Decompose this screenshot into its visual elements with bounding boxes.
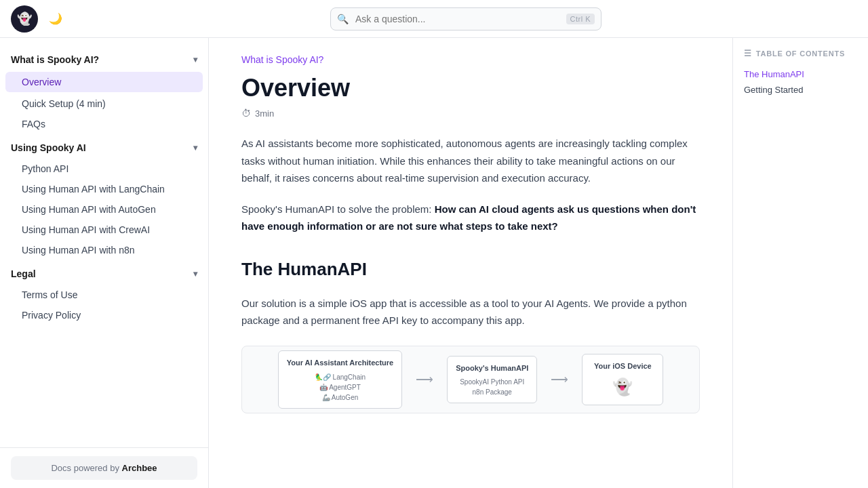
powered-by-badge[interactable]: Docs powered by Archbee [11, 456, 197, 480]
diagram-middle-item-1: SpookyAI Python API [456, 377, 528, 387]
sidebar-section-legal: Legal ▾ Terms of Use Privacy Policy [0, 263, 208, 325]
search-icon: 🔍 [337, 14, 349, 24]
sidebar-item-autogen[interactable]: Using Human API with AutoGen [0, 199, 208, 220]
toc-title: ☰ TABLE OF CONTENTS [744, 49, 857, 58]
sidebar-section-header-legal[interactable]: Legal ▾ [0, 263, 208, 285]
page-title: Overview [241, 73, 700, 102]
clock-icon: ⏱ [241, 108, 251, 119]
paragraph-3: Our solution is a simple iOS app that is… [241, 295, 700, 329]
sidebar-section-header-using-spooky-ai[interactable]: Using Spooky AI ▾ [0, 137, 208, 159]
sidebar-content: What is Spooky AI? ▾ Overview Quick Setu… [0, 49, 208, 447]
diagram-box-middle: Spooky's HumanAPI SpookyAI Python API n8… [447, 356, 537, 404]
read-time: ⏱ 3min [241, 108, 700, 119]
read-time-value: 3min [255, 108, 274, 119]
paragraph-2-prefix: Spooky's HumanAPI to solve the problem: [241, 203, 435, 215]
toc-icon: ☰ [744, 49, 752, 58]
sidebar-items-using-spooky-ai: Python API Using Human API with LangChai… [0, 159, 208, 260]
sidebar-section-label: What is Spooky AI? [11, 54, 99, 65]
sidebar-item-quick-setup[interactable]: Quick Setup (4 min) [0, 94, 208, 114]
sidebar-item-terms-of-use[interactable]: Terms of Use [0, 285, 208, 305]
paragraph-1: As AI assistants become more sophisticat… [241, 135, 700, 187]
content-body: As AI assistants become more sophisticat… [241, 135, 700, 413]
sidebar-item-privacy-policy[interactable]: Privacy Policy [0, 305, 208, 325]
main-content: What is Spooky AI? Overview ⏱ 3min As AI… [209, 38, 732, 488]
top-header: 👻 🌙 🔍 Ctrl K [0, 0, 868, 38]
diagram-left-title: Your AI Assistant Architecture [287, 357, 394, 369]
logo-icon[interactable]: 👻 [11, 5, 38, 33]
sidebar-item-crewai[interactable]: Using Human API with CrewAI [0, 220, 208, 240]
chevron-down-icon: ▾ [193, 143, 197, 152]
search-shortcut: Ctrl K [566, 14, 595, 24]
search-bar: 🔍 Ctrl K [330, 7, 601, 30]
powered-by-prefix: Docs powered by [51, 463, 121, 473]
sidebar-item-n8n[interactable]: Using Human API with n8n [0, 240, 208, 260]
diagram-right-title: Your iOS Device [591, 360, 654, 373]
diagram-arrow-1: ⟶ [416, 369, 433, 390]
breadcrumb: What is Spooky AI? [241, 54, 700, 65]
main-layout: What is Spooky AI? ▾ Overview Quick Setu… [0, 38, 868, 488]
sidebar-footer: Docs powered by Archbee [0, 447, 208, 488]
sidebar-item-faqs[interactable]: FAQs [0, 114, 208, 134]
diagram-left-item-1: 🦜🔗 LangChain [287, 372, 394, 382]
sidebar-section-what-is-spooky-ai: What is Spooky AI? ▾ Overview Quick Setu… [0, 49, 208, 134]
diagram-middle-item-2: n8n Package [456, 387, 528, 397]
diagram-box-right: Your iOS Device 👻 [582, 354, 663, 406]
sidebar-section-label: Using Spooky AI [11, 142, 86, 153]
sidebar-items-what-is-spooky-ai: Overview Quick Setup (4 min) FAQs [0, 72, 208, 134]
architecture-diagram: Your AI Assistant Architecture 🦜🔗 LangCh… [241, 346, 700, 413]
logo-area: 👻 🌙 [11, 5, 66, 33]
sidebar-section-using-spooky-ai: Using Spooky AI ▾ Python API Using Human… [0, 137, 208, 260]
diagram-middle-title: Spooky's HumanAPI [456, 362, 528, 375]
sidebar-item-overview[interactable]: Overview [5, 72, 203, 92]
diagram-inner: Your AI Assistant Architecture 🦜🔗 LangCh… [267, 346, 675, 413]
theme-toggle-button[interactable]: 🌙 [45, 8, 66, 30]
sidebar-items-legal: Terms of Use Privacy Policy [0, 285, 208, 325]
diagram-arrow-2: ⟶ [551, 369, 568, 390]
sidebar-item-python-api[interactable]: Python API [0, 159, 208, 179]
paragraph-2: Spooky's HumanAPI to solve the problem: … [241, 201, 700, 235]
search-input[interactable] [330, 7, 601, 30]
toc-item-humanapi[interactable]: The HumanAPI [744, 66, 857, 82]
chevron-down-icon: ▾ [193, 55, 197, 64]
diagram-right-emoji: 👻 [591, 375, 654, 399]
chevron-down-icon: ▾ [193, 269, 197, 279]
section-heading-humanapi: The HumanAPI [241, 254, 700, 284]
sidebar: What is Spooky AI? ▾ Overview Quick Setu… [0, 38, 209, 488]
diagram-left-item-2: 🤖 AgentGPT [287, 382, 394, 392]
sidebar-section-header-what-is-spooky-ai[interactable]: What is Spooky AI? ▾ [0, 49, 208, 70]
sidebar-item-langchain[interactable]: Using Human API with LangChain [0, 179, 208, 199]
sidebar-section-label: Legal [11, 268, 36, 279]
diagram-box-left: Your AI Assistant Architecture 🦜🔗 LangCh… [278, 350, 403, 409]
toc-panel: ☰ TABLE OF CONTENTS The HumanAPI Getting… [732, 38, 868, 488]
diagram-left-item-3: 🦾 AutoGen [287, 392, 394, 403]
toc-item-getting-started[interactable]: Getting Started [744, 82, 857, 98]
powered-by-brand: Archbee [122, 463, 157, 473]
